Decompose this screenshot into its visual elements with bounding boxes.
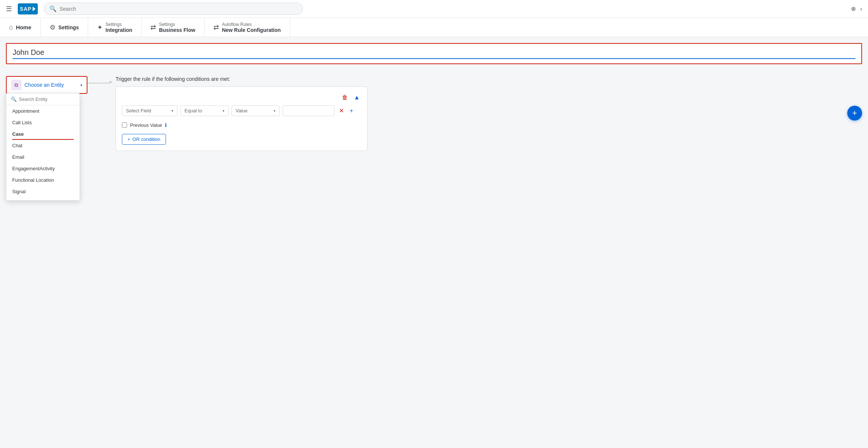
business-flow-subtitle: Settings <box>159 22 195 27</box>
select-field-dropdown[interactable]: Select Field ▾ <box>122 105 177 116</box>
value-chevron: ▾ <box>274 109 276 113</box>
dropdown-item-signal[interactable]: Signal <box>6 186 80 197</box>
entity-selector-wrapper: ⧉ Choose an Entity ▾ 🔍 Appointment Call … <box>6 76 87 124</box>
rule-builder: ⧉ Choose an Entity ▾ 🔍 Appointment Call … <box>0 64 868 163</box>
nav-item-autoflow-rules[interactable]: ⇄ Autoflow Rules New Rule Configuration <box>204 18 290 37</box>
autoflow-icon: ⇄ <box>213 23 219 32</box>
equal-to-dropdown[interactable]: Equal to ▾ <box>180 105 229 116</box>
dropdown-item-case[interactable]: Case <box>6 128 80 140</box>
entity-chevron-icon: ▾ <box>80 83 82 87</box>
nav-home-label: Home <box>16 24 31 30</box>
value-text-input[interactable] <box>283 105 335 116</box>
nav-item-home[interactable]: ⌂ Home <box>0 18 41 37</box>
nav-bar: ⌂ Home ⚙ Settings ✦ Settings Integration… <box>0 18 868 37</box>
business-flow-label-group: Settings Business Flow <box>159 22 195 33</box>
business-flow-icon: ⇄ <box>150 23 156 32</box>
info-icon[interactable]: ℹ <box>165 122 167 128</box>
top-bar-right: ⊗ › <box>851 5 862 12</box>
entity-search-input[interactable] <box>19 96 75 102</box>
autoflow-subtitle: Autoflow Rules <box>222 22 281 27</box>
select-field-chevron: ▾ <box>172 109 173 113</box>
add-button-icon: + <box>852 108 857 118</box>
or-condition-label: OR condition <box>133 136 160 142</box>
search-icon: 🔍 <box>49 5 57 12</box>
value-label: Value <box>236 108 247 113</box>
dropdown-item-engagement-activity[interactable]: EngagementActivity <box>6 163 80 174</box>
integration-label: Integration <box>106 27 132 33</box>
filter-icon[interactable]: ⊗ <box>851 5 856 12</box>
nav-settings-label: Settings <box>59 24 79 30</box>
nav-item-settings[interactable]: ⚙ Settings <box>41 18 88 37</box>
condition-row-top: 🗑 ▲ <box>122 93 361 102</box>
delete-condition-icon[interactable]: 🗑 <box>340 93 349 102</box>
add-condition-row-icon[interactable]: + <box>348 106 355 116</box>
integration-icon: ✦ <box>97 23 103 32</box>
autoflow-label-group: Autoflow Rules New Rule Configuration <box>222 22 281 33</box>
equal-to-label: Equal to <box>184 108 202 113</box>
previous-value-checkbox[interactable] <box>122 122 127 128</box>
search-bar[interactable]: 🔍 <box>44 3 303 15</box>
hamburger-icon[interactable]: ☰ <box>6 5 12 13</box>
dropdown-search-icon: 🔍 <box>11 96 17 102</box>
integration-label-group: Settings Integration <box>106 22 132 33</box>
dropdown-item-appointment[interactable]: Appointment <box>6 105 80 117</box>
integration-subtitle: Settings <box>106 22 132 27</box>
or-condition-plus-icon: + <box>127 136 130 142</box>
search-input[interactable] <box>60 6 297 12</box>
rule-name-input[interactable] <box>13 48 855 59</box>
dropdown-item-email[interactable]: Email <box>6 151 80 163</box>
dropdown-item-functional-location[interactable]: Functional Location <box>6 174 80 186</box>
collapse-condition-icon[interactable]: ▲ <box>352 93 361 102</box>
home-icon: ⌂ <box>9 23 13 31</box>
business-flow-label: Business Flow <box>159 27 195 33</box>
value-dropdown[interactable]: Value ▾ <box>232 105 280 116</box>
dropdown-search-area: 🔍 <box>6 93 80 105</box>
top-bar: ☰ SAP 🔍 ⊗ › <box>0 0 868 18</box>
connector-line <box>87 83 110 83</box>
add-button[interactable]: + <box>847 106 862 121</box>
entity-dropdown: 🔍 Appointment Call Lists Case Chat Email… <box>6 93 80 201</box>
trigger-title: Trigger the rule if the following condit… <box>116 76 838 82</box>
chevron-right-icon[interactable]: › <box>860 6 862 12</box>
trigger-section: Trigger the rule if the following condit… <box>116 76 838 151</box>
remove-condition-icon[interactable]: ✕ <box>337 106 345 116</box>
condition-box: 🗑 ▲ Select Field ▾ Equal to ▾ Value <box>116 86 368 151</box>
equal-to-chevron: ▾ <box>223 109 225 113</box>
sap-arrow-icon <box>33 7 36 11</box>
condition-row: Select Field ▾ Equal to ▾ Value ▾ ✕ + <box>122 105 361 116</box>
rule-name-container <box>6 43 862 64</box>
sap-logo: SAP <box>18 3 38 14</box>
dropdown-item-call-lists[interactable]: Call Lists <box>6 117 80 128</box>
entity-selector-box[interactable]: ⧉ Choose an Entity ▾ <box>6 76 87 94</box>
connector-arrow-icon <box>87 83 110 83</box>
settings-icon: ⚙ <box>50 23 56 32</box>
autoflow-label: New Rule Configuration <box>222 27 281 33</box>
previous-value-row: Previous Value ℹ <box>122 122 361 128</box>
entity-selector-label: Choose an Entity <box>24 82 77 88</box>
previous-value-label: Previous Value <box>130 122 162 128</box>
main-content: ⧉ Choose an Entity ▾ 🔍 Appointment Call … <box>0 43 868 448</box>
or-condition-button[interactable]: + OR condition <box>122 134 166 145</box>
nav-item-business-flow[interactable]: ⇄ Settings Business Flow <box>142 18 204 37</box>
sap-logo-text: SAP <box>20 6 32 12</box>
entity-copy-icon: ⧉ <box>11 80 21 90</box>
select-field-label: Select Field <box>126 108 151 113</box>
nav-item-settings-integration[interactable]: ✦ Settings Integration <box>88 18 142 37</box>
dropdown-item-chat[interactable]: Chat <box>6 140 80 151</box>
